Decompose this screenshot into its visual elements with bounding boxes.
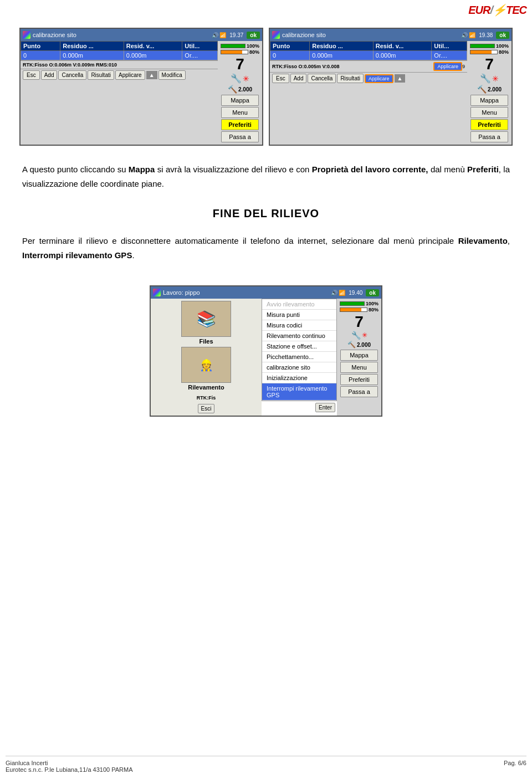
- col-residv: Resid. v...: [124, 42, 182, 51]
- up-btn-2[interactable]: ▲: [395, 74, 406, 83]
- screen1-title: calibrazione sito: [33, 32, 76, 38]
- preferiti-btn-3[interactable]: Preferiti: [340, 374, 378, 385]
- col-util: Util...: [182, 42, 218, 51]
- tripod-icon-6: 🔨: [347, 341, 356, 349]
- col2-util: Util...: [432, 42, 467, 51]
- rilevamento-section: 👷 Rilevamento: [181, 347, 231, 391]
- passaa-btn-1[interactable]: Passa a: [221, 131, 259, 142]
- menu-item-inizializzazione[interactable]: Inizializzazione: [262, 373, 336, 383]
- tripod-icon-2: 🔨: [228, 85, 237, 94]
- esc-btn-2[interactable]: Esc: [272, 74, 289, 83]
- paragraph2: Per terminare il rilievo e disconnettere…: [22, 234, 510, 262]
- menu-btn-2[interactable]: Menu: [470, 107, 508, 118]
- cancella-btn-1[interactable]: Cancella: [58, 70, 86, 80]
- big-number-3: 7: [355, 314, 364, 330]
- enter-btn[interactable]: Enter: [315, 403, 335, 412]
- cal-table-2: Punto Residuo ... Resid. v... Util... 0 …: [270, 41, 467, 60]
- screen3-ok[interactable]: ok: [366, 289, 379, 296]
- screenshots-row: calibrazione sito 🔊 📶 19.37 ok Punto Res…: [0, 0, 532, 151]
- applicare-btn-2[interactable]: Applicare: [365, 74, 393, 83]
- batt2-pct-3: 80%: [369, 307, 378, 312]
- preferiti-btn-1[interactable]: Preferiti: [221, 119, 259, 130]
- menu-btn-1[interactable]: Menu: [221, 107, 259, 118]
- add-btn-1[interactable]: Add: [41, 70, 58, 80]
- modifica-btn-1[interactable]: Modifica: [158, 70, 186, 80]
- up-btn-1[interactable]: ▲: [146, 71, 157, 79]
- content-area: A questo punto cliccando su Mappa si avr…: [0, 151, 532, 280]
- device-screen-1: calibrazione sito 🔊 📶 19.37 ok Punto Res…: [19, 28, 263, 146]
- large-device-menu: Avvio rilevamento Misura punti Misura co…: [262, 299, 337, 416]
- cancella-btn-2[interactable]: Cancella: [308, 74, 336, 83]
- signal-icon-1: ✳: [243, 74, 249, 83]
- section-title: FINE DEL RILIEVO: [22, 204, 510, 223]
- screenshot-center: Lavoro: pippo 🔊 📶 19.40 ok 📚 Files 👷 Ril…: [0, 285, 532, 417]
- screen2-time: 19.38: [479, 32, 493, 38]
- logo-icon: EUR/⚡TEC: [468, 3, 526, 17]
- footer-page: Pag. 6/6: [504, 760, 526, 773]
- windows-icon-2: [272, 31, 280, 39]
- icon-row-5: 🔧 ✳: [351, 331, 367, 340]
- row1-punto: 0: [21, 51, 60, 60]
- rilevamento-label: Rilevamento: [188, 384, 224, 391]
- device-sidebar-1: 100% 80% 7 🔧 ✳ 🔨 2.000: [218, 41, 262, 145]
- row2-punto: 0: [270, 51, 310, 60]
- value-1: 2.000: [238, 86, 252, 93]
- mappa-btn-3[interactable]: Mappa: [340, 350, 378, 361]
- mappa-btn-1[interactable]: Mappa: [221, 95, 259, 106]
- col2-residuo: Residuo ...: [310, 42, 374, 51]
- menu-item-misura-codici[interactable]: Misura codici: [262, 320, 336, 331]
- screen1-ok[interactable]: ok: [247, 32, 260, 39]
- tripod-icon-4: 🔨: [477, 85, 487, 94]
- col2-residv: Resid. v...: [373, 42, 432, 51]
- preferiti-btn-2[interactable]: Preferiti: [470, 119, 508, 130]
- screen2-title: calibrazione sito: [282, 32, 326, 38]
- esc-btn-1[interactable]: Esc: [23, 70, 40, 80]
- menu-btn-3[interactable]: Menu: [340, 362, 378, 373]
- tripod-icon-1: 🔧: [231, 73, 242, 84]
- applicare-btn-1[interactable]: Applicare: [115, 70, 145, 80]
- big-number-2: 7: [485, 57, 494, 72]
- risultati-btn-1[interactable]: Risultati: [88, 70, 114, 80]
- menu-item-stazione[interactable]: Stazione e offset...: [262, 341, 336, 352]
- footer-address: Eurotec s.n.c. P.le Lubiana,11/a 43100 P…: [6, 766, 133, 773]
- big-number-1: 7: [236, 57, 244, 72]
- paragraph1: A questo punto cliccando su Mappa si avr…: [22, 162, 510, 191]
- risultati-btn-2[interactable]: Risultati: [337, 74, 364, 83]
- row2-util: Or....: [432, 51, 467, 60]
- battery-bar-2: 100% 80%: [470, 43, 509, 55]
- device-actions-2: Esc Add Cancella Risultati Applicare ▲: [270, 72, 467, 84]
- files-label: Files: [199, 338, 213, 345]
- icon-row-4: 🔨 2.000: [477, 85, 502, 94]
- icon-row-2: 🔨 2.000: [228, 85, 252, 94]
- files-section: 📚 Files: [181, 301, 231, 345]
- apply-highlight-2[interactable]: Applicare: [433, 62, 462, 71]
- col-residuo: Residuo ...: [60, 42, 124, 51]
- device-sidebar-3: 100% 80% 7 🔧 ✳ 🔨 2.000 Mappa Me: [337, 299, 381, 416]
- passaa-btn-2[interactable]: Passa a: [470, 131, 508, 142]
- files-icon-box: 📚: [181, 301, 231, 337]
- menu-item-rilevamento-continuo[interactable]: Rilevamento continuo: [262, 331, 336, 341]
- mappa-btn-2[interactable]: Mappa: [470, 95, 508, 106]
- row2-residv: 0.000m: [373, 51, 432, 60]
- footer-left: Gianluca Incerti Eurotec s.n.c. P.le Lub…: [6, 760, 133, 773]
- windows-icon-3: [153, 289, 161, 296]
- screen3-icons: 🔊 📶: [331, 290, 346, 296]
- menu-item-misura-punti[interactable]: Misura punti: [262, 310, 336, 320]
- rtk-status-1: RTK:Fisso O:0.006m V:0.009m RMS:010: [23, 62, 216, 68]
- large-device-body: 📚 Files 👷 Rilevamento RTK:Fis Esci: [151, 299, 381, 416]
- screen3-status-left: RTK:Fis: [197, 395, 216, 401]
- esci-btn[interactable]: Esci: [198, 404, 215, 413]
- screen2-ok[interactable]: ok: [496, 32, 509, 39]
- menu-item-picchettamento[interactable]: Picchettamento...: [262, 352, 336, 362]
- menu-item-avvio[interactable]: Avvio rilevamento: [262, 299, 336, 310]
- enter-area: Enter: [262, 401, 337, 414]
- row1-residv: 0.000m: [124, 51, 182, 60]
- rilevamento-bold: Rilevamento: [458, 236, 508, 245]
- interrompi-bold: Interrompi rilevamento GPS: [22, 250, 132, 260]
- menu-item-interrompi[interactable]: Interrompi rilevamento GPS: [262, 383, 336, 401]
- menu-item-calibrazione[interactable]: calibrazione sito: [262, 362, 336, 373]
- logo-area: EUR/⚡TEC: [468, 3, 526, 17]
- add-btn-2[interactable]: Add: [290, 74, 307, 83]
- battery-bar-1: 100% 80%: [221, 43, 259, 55]
- passaa-btn-3[interactable]: Passa a: [340, 386, 378, 397]
